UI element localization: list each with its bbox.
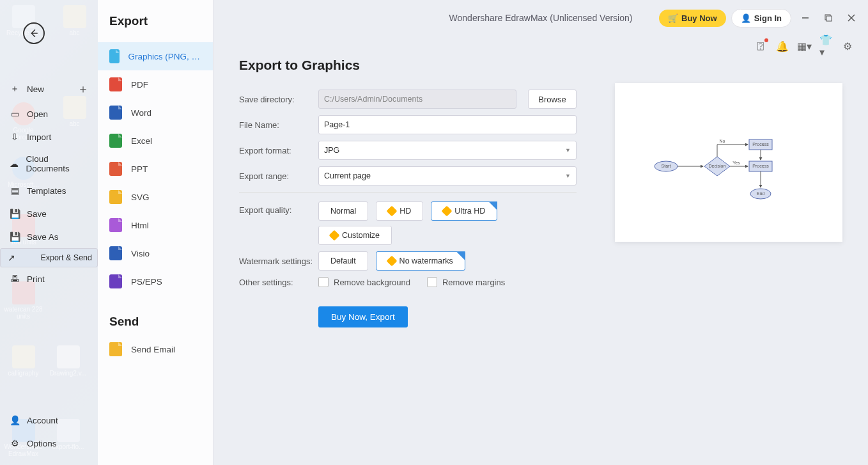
back-button[interactable]	[23, 22, 45, 44]
image-file-icon	[109, 49, 120, 63]
help-icon[interactable]: ⍰	[754, 40, 767, 52]
watermark-none-button[interactable]: No watermarks	[376, 251, 465, 271]
export-item-html[interactable]: Html	[98, 211, 213, 239]
remove-margins-checkbox[interactable]: Remove margins	[427, 277, 505, 287]
export-item-svg[interactable]: SVG	[98, 183, 213, 211]
file-menu-options[interactable]: ⚙Options	[0, 432, 98, 455]
folder-icon: ▭	[9, 108, 20, 120]
menu-label: Cloud Documents	[26, 154, 89, 173]
quality-uhd-button[interactable]: Ultra HD	[431, 201, 497, 221]
visio-file-icon	[109, 246, 122, 260]
file-menu-account[interactable]: 👤Account	[0, 409, 98, 432]
diamond-icon	[329, 230, 340, 241]
file-menu-print[interactable]: 🖶Print	[0, 267, 98, 290]
pdf-file-icon	[109, 77, 122, 91]
remove-bg-checkbox[interactable]: Remove background	[318, 277, 410, 287]
filename-input[interactable]	[318, 115, 577, 134]
svg-text:Decision: Decision	[709, 164, 726, 168]
watermark-default-button[interactable]: Default	[318, 251, 368, 271]
menu-label: Export & Send	[40, 253, 92, 262]
quality-custom-button[interactable]: Customize	[318, 226, 392, 245]
import-icon: ⇩	[9, 131, 20, 143]
plus-icon[interactable]: ＋	[77, 81, 89, 97]
quality-label: Export quality:	[239, 201, 318, 215]
svg-text:Process: Process	[752, 164, 769, 168]
menu-label: Open	[27, 109, 48, 119]
bell-icon[interactable]: 🔔	[776, 40, 789, 52]
other-label: Other settings:	[239, 278, 318, 287]
export-item-graphics[interactable]: Graphics (PNG, JPG e...	[98, 42, 213, 70]
checkbox-icon	[318, 277, 329, 287]
word-file-icon	[109, 106, 122, 120]
cloud-icon: ☁	[9, 158, 20, 169]
file-menu-saveas[interactable]: 💾Save As	[0, 225, 98, 248]
minimize-icon	[802, 14, 809, 22]
chevron-down-icon: ▼	[565, 173, 571, 179]
format-select[interactable]: JPG▼	[318, 141, 577, 160]
shirt-icon[interactable]: 👕▾	[819, 40, 832, 52]
save-icon: 💾	[9, 208, 20, 219]
svg-file-icon	[109, 190, 122, 204]
export-item-excel[interactable]: Excel	[98, 127, 213, 155]
quality-hd-button[interactable]: HD	[376, 201, 423, 221]
export-action-button[interactable]: Buy Now, Export	[318, 306, 408, 327]
export-item-visio[interactable]: Visio	[98, 239, 213, 267]
arrow-left-icon	[28, 28, 40, 39]
close-icon	[848, 14, 855, 22]
selected-corner-icon	[488, 201, 497, 210]
file-menu-new[interactable]: ＋New＋	[0, 75, 98, 102]
signin-button[interactable]: 👤Sign In	[731, 9, 791, 28]
save-dir-label: Save directory:	[239, 95, 318, 104]
selected-corner-icon	[456, 251, 465, 260]
main-content-area: Wondershare EdrawMax (Unlicensed Version…	[213, 0, 868, 465]
save-dir-input	[318, 90, 516, 109]
export-item-pdf[interactable]: PDF	[98, 70, 213, 99]
apps-icon[interactable]: ▦▾	[798, 40, 810, 52]
range-select[interactable]: Current page▼	[318, 166, 577, 185]
export-item-pseps[interactable]: PS/EPS	[98, 267, 213, 296]
file-menu-save[interactable]: 💾Save	[0, 202, 98, 225]
file-menu-cloud[interactable]: ☁Cloud Documents	[0, 148, 98, 179]
svg-text:Start: Start	[662, 164, 671, 168]
page-title: Export to Graphics	[239, 58, 577, 73]
file-menu-open[interactable]: ▭Open	[0, 102, 98, 125]
close-button[interactable]	[842, 9, 860, 27]
menu-label: Save	[27, 209, 47, 219]
person-icon: 👤	[9, 414, 20, 426]
format-label: Export format:	[239, 146, 318, 155]
flowchart-preview: .box{fill:#d6ddf0;stroke:#5a6fb0;stroke-…	[647, 118, 813, 214]
buy-now-button[interactable]: 🛒Buy Now	[659, 10, 726, 27]
file-menu-import[interactable]: ⇩Import	[0, 125, 98, 148]
menu-label: New	[27, 84, 44, 94]
export-item-word[interactable]: Word	[98, 99, 213, 127]
menu-label: Print	[27, 274, 45, 284]
send-header: Send	[98, 296, 213, 329]
plus-icon: ＋	[9, 83, 20, 95]
svg-text:End: End	[757, 191, 765, 196]
person-icon: 👤	[741, 13, 751, 23]
minimize-button[interactable]	[796, 9, 814, 27]
gear-icon[interactable]: ⚙	[841, 40, 854, 52]
maximize-icon	[825, 14, 832, 22]
browse-button[interactable]: Browse	[528, 90, 577, 109]
file-menu-sidebar: ＋New＋ ▭Open ⇩Import ☁Cloud Documents ▤Te…	[0, 0, 98, 465]
title-bar: Wondershare EdrawMax (Unlicensed Version…	[213, 0, 868, 36]
export-item-ppt[interactable]: PPT	[98, 155, 213, 183]
watermark-label: Watermark settings:	[239, 256, 318, 266]
excel-file-icon	[109, 134, 122, 148]
quality-normal-button[interactable]: Normal	[318, 201, 368, 221]
app-title: Wondershare EdrawMax (Unlicensed Version…	[449, 13, 633, 23]
export-form: Export to Graphics Save directory: Brows…	[239, 58, 577, 327]
diamond-icon	[386, 256, 397, 267]
checkbox-icon	[427, 277, 437, 287]
notification-dot	[764, 38, 768, 42]
menu-label: Options	[27, 439, 57, 448]
file-menu-export[interactable]: ↗Export & Send	[0, 248, 98, 267]
diamond-icon	[387, 206, 398, 217]
maximize-button[interactable]	[819, 9, 837, 27]
export-type-sidebar: Export Graphics (PNG, JPG e... PDF Word …	[98, 0, 213, 465]
menu-label: Templates	[27, 186, 66, 196]
svg-text:Yes: Yes	[732, 161, 740, 165]
send-email-item[interactable]: Send Email	[98, 335, 213, 363]
file-menu-templates[interactable]: ▤Templates	[0, 179, 98, 202]
